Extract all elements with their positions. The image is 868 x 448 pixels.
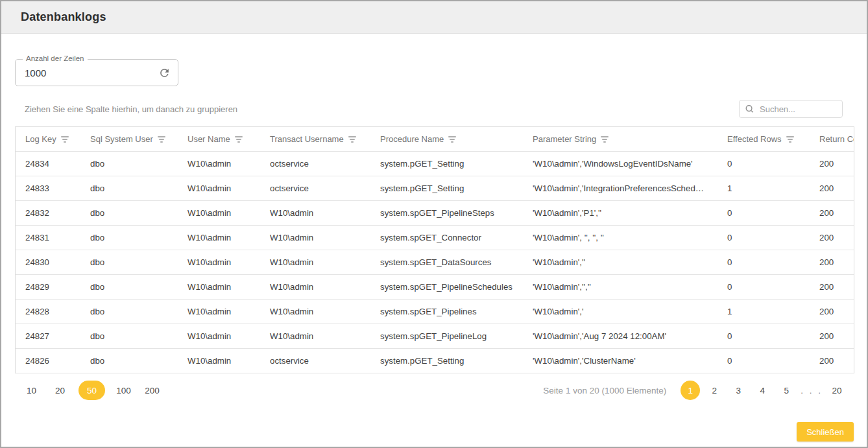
filter-icon[interactable] bbox=[348, 136, 356, 143]
table-body: 24834dboW10\adminoctservicesystem.pGET_S… bbox=[16, 152, 854, 373]
table-row[interactable]: 24830dboW10\adminW10\adminsystem.spGET_D… bbox=[16, 250, 854, 275]
table-row[interactable]: 24832dboW10\adminW10\adminsystem.spGET_P… bbox=[16, 201, 854, 226]
table-cell: 0 bbox=[717, 282, 810, 292]
table-cell: 24832 bbox=[16, 208, 80, 218]
table-cell: W10\admin bbox=[178, 331, 260, 341]
row-count-field: Anzahl der Zeilen bbox=[15, 59, 178, 86]
table-row[interactable]: 24833dboW10\adminoctservicesystem.pGET_S… bbox=[16, 176, 854, 201]
table-cell: 0 bbox=[717, 257, 810, 267]
table-row[interactable]: 24834dboW10\adminoctservicesystem.pGET_S… bbox=[16, 152, 854, 176]
table-cell: 1 bbox=[717, 183, 810, 193]
search-box bbox=[739, 100, 843, 118]
page-size-50[interactable]: 50 bbox=[78, 381, 105, 400]
dialog-content: Anzahl der Zeilen Ziehen Sie eine Spalte… bbox=[1, 59, 867, 400]
table-cell: W10\admin bbox=[178, 257, 260, 267]
table-cell: dbo bbox=[80, 183, 178, 193]
search-input[interactable] bbox=[739, 100, 843, 118]
filter-icon[interactable] bbox=[601, 136, 609, 143]
column-header-user-name[interactable]: User Name bbox=[178, 134, 260, 144]
table-cell: 200 bbox=[810, 233, 854, 242]
table-row[interactable]: 24828dboW10\adminW10\adminsystem.spGET_P… bbox=[16, 300, 854, 324]
column-header-label: Effected Rows bbox=[727, 134, 782, 144]
datenbanklogs-dialog: Datenbanklogs Anzahl der Zeilen Ziehen S… bbox=[0, 0, 868, 448]
pagination-bar: 102050100200 Seite 1 von 20 (1000 Elemen… bbox=[15, 381, 853, 400]
row-count-input[interactable] bbox=[16, 60, 178, 86]
table-cell: octservice bbox=[260, 356, 370, 366]
column-header-transact-username[interactable]: Transact Username bbox=[260, 134, 370, 144]
page-selector: 12345. . .20 bbox=[681, 381, 847, 400]
table-row[interactable]: 24827dboW10\adminW10\adminsystem.spGET_P… bbox=[16, 324, 854, 349]
table-cell: dbo bbox=[80, 208, 178, 218]
column-header-sql-system-user[interactable]: Sql System User bbox=[80, 134, 178, 144]
table-cell: W10\admin bbox=[260, 233, 370, 242]
filter-icon[interactable] bbox=[158, 136, 165, 143]
table-cell: 1 bbox=[717, 307, 810, 316]
row-count-label: Anzahl der Zeilen bbox=[23, 54, 88, 62]
filter-icon[interactable] bbox=[61, 136, 69, 143]
filter-icon[interactable] bbox=[786, 136, 794, 143]
table-cell: dbo bbox=[80, 282, 178, 292]
table-cell: system.spGET_PipelineSchedules bbox=[370, 282, 523, 292]
table-cell: system.spGET_PipelineLog bbox=[370, 331, 523, 341]
table-cell: octservice bbox=[260, 183, 370, 193]
table-cell: 'W10\admin', '', '', '' bbox=[523, 233, 717, 242]
table-cell: 200 bbox=[810, 331, 854, 341]
table-cell: W10\admin bbox=[178, 356, 260, 366]
filter-icon[interactable] bbox=[235, 136, 243, 143]
page-size-200[interactable]: 200 bbox=[142, 381, 162, 400]
table-row[interactable]: 24831dboW10\adminW10\adminsystem.spGET_C… bbox=[16, 226, 854, 250]
group-by-hint: Ziehen Sie eine Spalte hierhin, um danac… bbox=[15, 104, 237, 114]
page-size-100[interactable]: 100 bbox=[114, 381, 134, 400]
table-cell: W10\admin bbox=[178, 282, 260, 292]
column-header-effected-rows[interactable]: Effected Rows bbox=[717, 134, 810, 144]
column-header-parameter-string[interactable]: Parameter String bbox=[523, 134, 717, 144]
table-cell: octservice bbox=[260, 159, 370, 169]
table-row[interactable]: 24829dboW10\adminW10\adminsystem.spGET_P… bbox=[16, 275, 854, 300]
table-cell: 24830 bbox=[16, 257, 80, 267]
table-cell: 'W10\admin','ClusterName' bbox=[523, 356, 717, 366]
column-header-label: Return Code bbox=[819, 134, 854, 144]
table-row[interactable]: 24826dboW10\adminoctservicesystem.pGET_S… bbox=[16, 349, 854, 373]
table-cell: dbo bbox=[80, 356, 178, 366]
page-1[interactable]: 1 bbox=[681, 381, 700, 400]
column-header-label: Sql System User bbox=[90, 134, 153, 144]
table-cell: 0 bbox=[717, 159, 810, 169]
table-header-row: Log KeySql System UserUser NameTransact … bbox=[16, 127, 854, 152]
table-cell: W10\admin bbox=[260, 208, 370, 218]
table-cell: dbo bbox=[80, 331, 178, 341]
column-header-label: User Name bbox=[187, 134, 230, 144]
table-cell: W10\admin bbox=[260, 257, 370, 267]
refresh-button[interactable] bbox=[157, 65, 171, 80]
table-cell: W10\admin bbox=[178, 159, 260, 169]
page-size-20[interactable]: 20 bbox=[50, 381, 70, 400]
close-button[interactable]: Schließen bbox=[797, 422, 854, 442]
page-3[interactable]: 3 bbox=[729, 381, 748, 400]
table-cell: system.pGET_Setting bbox=[370, 183, 523, 193]
table-cell: 24829 bbox=[16, 282, 80, 292]
table-cell: 'W10\admin','P1','' bbox=[523, 208, 717, 218]
table-cell: 24831 bbox=[16, 233, 80, 242]
table-cell: dbo bbox=[80, 233, 178, 242]
table-cell: W10\admin bbox=[178, 233, 260, 242]
table-cell: system.spGET_Connector bbox=[370, 233, 523, 242]
table-cell: 24834 bbox=[16, 159, 80, 169]
column-header-log-key[interactable]: Log Key bbox=[16, 134, 80, 144]
table-cell: dbo bbox=[80, 257, 178, 267]
table-cell: 200 bbox=[810, 257, 854, 267]
filter-icon[interactable] bbox=[448, 136, 456, 143]
page-title: Datenbanklogs bbox=[21, 10, 106, 24]
table-cell: 200 bbox=[810, 183, 854, 193]
table-cell: system.spGET_DataSources bbox=[370, 257, 523, 267]
page-20[interactable]: 20 bbox=[827, 381, 847, 400]
table-cell: system.pGET_Setting bbox=[370, 356, 523, 366]
page-ellipsis: . . . bbox=[801, 381, 823, 400]
page-size-10[interactable]: 10 bbox=[21, 381, 42, 400]
table-cell: W10\admin bbox=[178, 307, 260, 316]
table-cell: 'W10\admin',' bbox=[523, 307, 717, 316]
column-header-return-code[interactable]: Return Code bbox=[810, 134, 854, 144]
column-header-procedure-name[interactable]: Procedure Name bbox=[370, 134, 523, 144]
page-4[interactable]: 4 bbox=[753, 381, 772, 400]
page-2[interactable]: 2 bbox=[705, 381, 724, 400]
page-5[interactable]: 5 bbox=[777, 381, 796, 400]
table-cell: 'W10\admin','WindowsLogEventIDsName' bbox=[523, 159, 717, 169]
